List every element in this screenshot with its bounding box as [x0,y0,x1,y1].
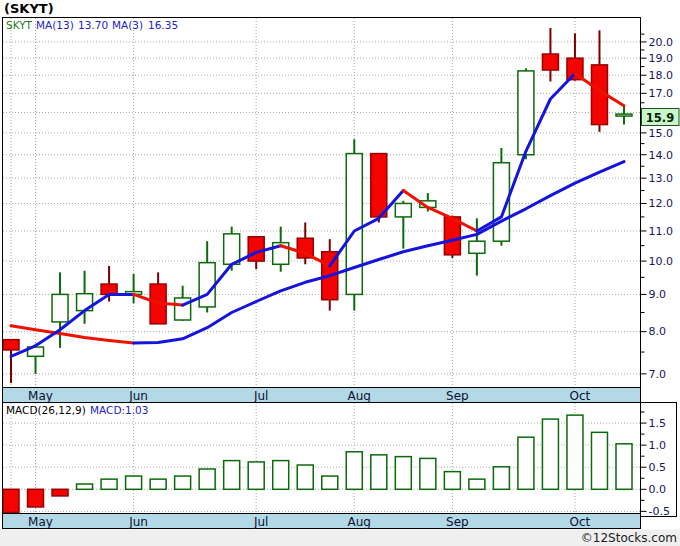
macd-bar [346,452,362,490]
month-label: May [28,389,53,403]
stock-chart-page: 20.019.018.017.016.015.014.013.012.011.0… [0,0,680,546]
candle-body [616,114,632,116]
macd-bar [101,479,117,489]
candle-body [3,340,19,350]
macd-bar [444,472,460,490]
attribution-watermark: ©12Stocks.com [581,531,677,545]
candle-body [224,234,240,264]
macd-tick-label: 0.5 [649,461,667,474]
legend-ma13-value: 13.70 [78,19,108,31]
macd-bar [77,484,93,489]
price-tick-label: 10.0 [649,255,674,268]
macd-tick-label: 1.5 [649,417,667,430]
page-title: (SKYT) [4,1,54,16]
macd-bar [297,465,313,489]
candle-body [248,237,264,261]
macd-bar [126,476,142,489]
macd-bar [469,479,485,489]
macd-bar [493,467,509,490]
macd-bar [28,489,44,507]
month-label: Aug [348,515,371,529]
macd-legend-title: MACD(26,12,9) [6,404,86,416]
price-tick-label: 11.0 [649,225,674,238]
macd-tick-label: 1.0 [649,439,667,452]
footer-band [0,530,680,546]
macd-bar [518,437,534,489]
price-tick-label: 17.0 [649,87,674,100]
month-label: Sep [446,389,469,403]
month-label: Jun [128,515,148,529]
candle-body [542,54,558,70]
macd-bar [567,415,583,489]
macd-bar [420,458,436,489]
macd-bar [150,479,166,489]
month-label: Aug [348,389,371,403]
ma13-line [11,326,134,343]
macd-bar [591,432,607,489]
price-tick-label: 18.0 [649,69,674,82]
price-tick-label: 14.0 [649,149,674,162]
macd-bar [52,489,68,496]
price-tick-label: 8.0 [649,325,667,338]
price-tick-label: 9.0 [649,288,667,301]
macd-bar [199,469,215,489]
stock-chart-canvas: 20.019.018.017.016.015.014.013.012.011.0… [0,0,680,546]
macd-bar [248,462,264,489]
month-label: Jun [128,389,148,403]
macd-bar [322,476,338,489]
month-strip-price [3,388,641,403]
candle-body [371,154,387,217]
candle-body [199,263,215,307]
legend-ma3-label: MA(3) [112,19,143,31]
price-tick-label: 15.0 [649,127,674,140]
ma3-line [11,294,134,356]
ma3-line [403,191,477,232]
macd-bar [395,457,411,490]
price-tick-label: 12.0 [649,197,674,210]
candle-body [346,154,362,295]
macd-tick-label: -0.5 [649,505,670,518]
macd-bar [175,476,191,489]
macd-tick-label: 0.0 [649,483,667,496]
current-price-tag-label: 15.9 [646,111,674,125]
candle-body [395,203,411,216]
macd-bar [273,461,289,490]
candle-body [469,241,485,253]
legend-ma13-label: MA(13) [36,19,74,31]
macd-legend-value: MACD:1.03 [90,404,148,416]
month-label: May [28,515,53,529]
macd-bar [3,489,19,512]
macd-bar [542,419,558,489]
candle-body [101,284,117,294]
month-label: Jul [253,515,268,529]
month-label: Sep [446,515,469,529]
month-label: Oct [570,389,591,403]
month-strip-macd [3,514,641,529]
macd-bar [224,461,240,490]
price-tick-label: 13.0 [649,172,674,185]
legend-ma3-value: 16.35 [148,19,178,31]
price-tick-label: 7.0 [649,368,667,381]
current-price-tag: 15.9 [642,109,680,126]
legend-symbol: SKYT [6,19,33,31]
candle-body [52,294,68,322]
price-tick-label: 20.0 [649,36,674,49]
price-tick-label: 19.0 [649,52,674,65]
chart-graphics: 20.019.018.017.016.015.014.013.012.011.0… [3,18,673,529]
macd-bar [616,444,632,489]
macd-bar [371,455,387,489]
month-label: Jul [253,389,268,403]
month-label: Oct [570,515,591,529]
